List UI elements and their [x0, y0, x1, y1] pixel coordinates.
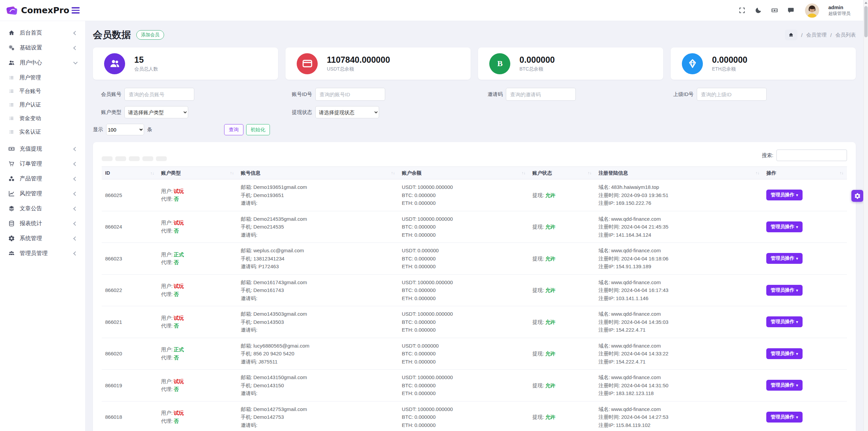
sidebar-item[interactable]: 订单管理 — [4, 156, 81, 171]
sidebar-subitem-label: 资金变动 — [19, 115, 41, 122]
sidebar-subitem-label: 平台账号 — [19, 88, 41, 95]
sidebar-item[interactable]: 报表统计 — [4, 216, 81, 231]
sidebar-item[interactable]: 系统管理 — [4, 231, 81, 246]
breadcrumb-label[interactable]: 会员管理 — [806, 32, 827, 38]
sidebar-item-label: 订单管理 — [20, 160, 42, 168]
export-button[interactable] — [102, 156, 113, 161]
admin-actions-button[interactable]: 管理员操作▾ — [766, 380, 803, 391]
export-button[interactable] — [115, 156, 126, 161]
sidebar-item[interactable]: 管理员管理 — [4, 246, 81, 261]
cell-account-type: 用户:正式 代理:否 — [158, 243, 237, 275]
filter-select-field: 提现状态 请选择提现状态 — [284, 106, 475, 118]
sort-icon[interactable]: ↑↓ — [522, 171, 526, 175]
sidebar-item[interactable]: 风控管理 — [4, 186, 81, 201]
filter-select[interactable]: 请选择账户类型 — [124, 106, 188, 118]
sidebar-item-label: 充值提现 — [20, 145, 42, 153]
filter-input[interactable] — [697, 88, 767, 101]
admin-actions-button[interactable]: 管理员操作▾ — [766, 348, 803, 359]
caret-down-icon: ▾ — [796, 320, 798, 324]
cell-status: 提现: 允许 — [529, 243, 595, 275]
cell-actions: 管理员操作▾ — [763, 274, 847, 306]
breadcrumb-home-icon[interactable] — [785, 30, 797, 40]
topbar-icons — [738, 7, 794, 14]
user-info[interactable]: admin 超级管理员 — [828, 4, 850, 16]
column-header[interactable]: 注册登陆信息 ↑↓ — [595, 167, 763, 179]
admin-actions-button[interactable]: 管理员操作▾ — [766, 412, 803, 423]
avatar[interactable] — [805, 3, 819, 18]
sidebar-item-label: 文章公告 — [20, 205, 42, 212]
sort-icon[interactable]: ↑↓ — [840, 171, 844, 175]
sidebar-item[interactable]: 产品管理 — [4, 171, 81, 186]
sidebar-subitem[interactable]: 实名认证 — [4, 125, 81, 139]
add-member-button[interactable]: 添加会员 — [136, 30, 164, 40]
user-name: admin — [828, 4, 850, 11]
sidebar-item[interactable]: 充值提现 — [4, 141, 81, 156]
column-header[interactable]: 账户状态 ↑↓ — [529, 167, 595, 179]
sidebar-subitem-label: 实名认证 — [19, 129, 41, 136]
menu-toggle-icon[interactable] — [72, 6, 80, 15]
cell-status: 提现: 允许 — [529, 370, 595, 401]
cell-actions: 管理员操作▾ — [763, 243, 847, 275]
stat-label: ETH总余额 — [712, 66, 747, 72]
filter-input[interactable] — [124, 88, 194, 101]
sidebar-item[interactable]: 文章公告 — [4, 201, 81, 216]
reset-button[interactable]: 初始化 — [246, 124, 270, 135]
sidebar-item-icon — [8, 145, 15, 152]
query-button[interactable]: 查询 — [224, 124, 243, 135]
cell-registration: 域名:www.qdd-finance.com 注册时间:2024-04-04 2… — [595, 211, 763, 243]
search-input[interactable] — [776, 150, 847, 161]
scrollbar[interactable] — [863, 0, 868, 431]
export-button[interactable] — [156, 156, 167, 161]
admin-actions-button[interactable]: 管理员操作▾ — [766, 316, 803, 327]
filter-input[interactable] — [506, 88, 576, 101]
admin-actions-button[interactable]: 管理员操作▾ — [766, 253, 803, 264]
cell-account-type: 用户:试玩 代理:否 — [158, 179, 237, 211]
filter-select[interactable]: 请选择提现状态 — [315, 106, 379, 118]
column-label: 账户类型 — [161, 170, 181, 176]
page-size-select[interactable]: 100 — [106, 124, 144, 135]
column-header[interactable]: 账号信息 ↑↓ — [237, 167, 398, 179]
sidebar-group: 基础设置 — [4, 40, 81, 55]
column-header[interactable]: ID ↑↓ — [102, 167, 158, 179]
cell-id: 866022 — [102, 274, 158, 306]
cell-registration: 域名:www.qdd-finance.com 注册时间:2024-04-04 1… — [595, 243, 763, 275]
sort-icon[interactable]: ↑↓ — [391, 171, 395, 175]
filter-field: 账号ID号 — [284, 88, 475, 101]
cell-status: 提现: 允许 — [529, 211, 595, 243]
column-header[interactable]: 账户余额 ↑↓ — [398, 167, 529, 179]
breadcrumb-label[interactable]: 会员列表 — [835, 32, 856, 38]
scrollbar-up-arrow[interactable] — [865, 2, 867, 4]
sort-icon[interactable]: ↑↓ — [588, 171, 592, 175]
scrollbar-thumb[interactable] — [864, 6, 868, 37]
sidebar-group: 后台首页 — [4, 25, 81, 40]
sidebar-item-icon — [8, 190, 15, 197]
sidebar-subitem[interactable]: 用户管理 — [4, 71, 81, 84]
admin-actions-button[interactable]: 管理员操作▾ — [766, 190, 803, 200]
breadcrumb-items: / 会员管理 / 会员列表 — [801, 32, 856, 38]
cell-id: 866019 — [102, 370, 158, 401]
sidebar-subitem[interactable]: 用户认证 — [4, 98, 81, 112]
admin-actions-button[interactable]: 管理员操作▾ — [766, 285, 803, 296]
sidebar-subitem[interactable]: 平台账号 — [4, 84, 81, 98]
column-header[interactable]: 操作 ↑↓ — [763, 167, 847, 179]
chevron-icon — [73, 207, 78, 211]
filter-field: 邀请码 — [474, 88, 665, 101]
cell-account-type: 用户:试玩 代理:否 — [158, 370, 237, 401]
sort-icon[interactable]: ↑↓ — [756, 171, 760, 175]
sidebar-subitem[interactable]: 资金变动 — [4, 112, 81, 125]
sidebar-item[interactable]: 后台首页 — [4, 25, 81, 40]
settings-fab[interactable] — [851, 190, 863, 202]
admin-actions-button[interactable]: 管理员操作▾ — [766, 221, 803, 232]
cell-balance: USDT:100000.000000 BTC:0.000000 ETH:0.00… — [398, 211, 529, 243]
filter-input[interactable] — [315, 88, 385, 101]
sidebar-item[interactable]: 用户中心 — [4, 55, 81, 70]
export-button[interactable] — [129, 156, 140, 161]
sort-icon[interactable]: ↑↓ — [151, 171, 155, 175]
column-header[interactable]: 账户类型 ↑↓ — [158, 167, 237, 179]
sidebar-item-icon — [8, 250, 15, 257]
sidebar-item[interactable]: 基础设置 — [4, 40, 81, 55]
export-button[interactable] — [142, 156, 153, 161]
sort-icon[interactable]: ↑↓ — [230, 171, 234, 175]
stat-value: 0.000000 — [712, 55, 747, 65]
sidebar-group: 风控管理 — [4, 186, 81, 201]
